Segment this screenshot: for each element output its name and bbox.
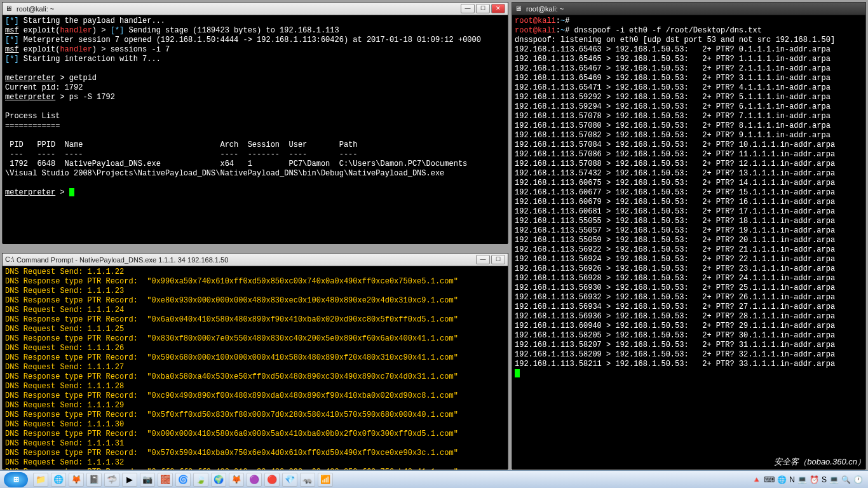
- taskbar-app-icon[interactable]: 🌍: [211, 473, 226, 487]
- taskbar-app-icon[interactable]: 🦡: [300, 473, 315, 487]
- watermark-text: 安全客（bobao.360.cn）: [774, 456, 865, 468]
- close-button[interactable]: ✕: [491, 4, 505, 13]
- taskbar-app-icon[interactable]: 🧱: [158, 473, 173, 487]
- tray-icon[interactable]: ⏰: [810, 475, 819, 484]
- start-button[interactable]: ⊞: [4, 472, 28, 487]
- titlebar[interactable]: C:\ Command Prompt - NativePayload_DNS.e…: [3, 254, 508, 266]
- tray-icon[interactable]: 🕐: [853, 475, 863, 484]
- tray-icon[interactable]: 💻: [797, 475, 807, 484]
- minimize-button[interactable]: —: [461, 4, 475, 13]
- taskbar-app-icon[interactable]: 💎: [282, 473, 297, 487]
- taskbar-app-icon[interactable]: 📁: [33, 473, 48, 487]
- taskbar[interactable]: ⊞ 📁🌐🦊📓🦈▶📷🧱🌀🍃🌍🦊🟣🔴💎🦡📶 🔺⌨🌐N💻⏰S💻🔍🕐: [0, 470, 868, 488]
- window-title: root@kali: ~: [526, 5, 863, 13]
- minimize-button[interactable]: —: [476, 255, 490, 264]
- system-tray[interactable]: 🔺⌨🌐N💻⏰S💻🔍🕐: [752, 475, 868, 484]
- maximize-button[interactable]: ☐: [476, 4, 490, 13]
- tray-icon[interactable]: 💻: [829, 475, 839, 484]
- titlebar[interactable]: 🖥 root@kali: ~: [512, 3, 865, 15]
- taskbar-app-icon[interactable]: 🦈: [104, 473, 119, 487]
- cmd-window[interactable]: C:\ Command Prompt - NativePayload_DNS.e…: [2, 253, 508, 469]
- taskbar-app-icon[interactable]: 🍃: [193, 473, 208, 487]
- tray-icon[interactable]: S: [822, 475, 827, 484]
- taskbar-app-icon[interactable]: 🟣: [247, 473, 262, 487]
- tray-icon[interactable]: 🌐: [777, 475, 787, 484]
- tray-icon[interactable]: 🔺: [752, 475, 761, 484]
- tray-icon[interactable]: ⌨: [764, 475, 775, 484]
- titlebar[interactable]: 🖥 root@kali: ~ — ☐ ✕: [3, 3, 508, 15]
- taskbar-app-icon[interactable]: 📓: [86, 473, 102, 487]
- taskbar-app-icon[interactable]: 🌐: [51, 473, 66, 487]
- terminal-output[interactable]: DNS Request Send: 1.1.1.22 DNS Response …: [3, 266, 508, 470]
- kali-metasploit-window[interactable]: 🖥 root@kali: ~ — ☐ ✕ [*] Starting the pa…: [2, 2, 508, 243]
- tray-icon[interactable]: N: [789, 475, 795, 484]
- tray-icon[interactable]: 🔍: [841, 475, 851, 484]
- taskbar-app-icon[interactable]: 🌀: [175, 473, 191, 487]
- taskbar-app-icon[interactable]: 📶: [318, 473, 333, 487]
- terminal-icon: 🖥: [515, 4, 524, 13]
- terminal-output[interactable]: [*] Starting the payload handler... msf …: [3, 15, 508, 244]
- cmd-icon: C:\: [5, 255, 14, 264]
- taskbar-app-icon[interactable]: 🦊: [69, 473, 84, 487]
- taskbar-app-icon[interactable]: ▶: [122, 473, 137, 487]
- terminal-output[interactable]: root@kali:~# root@kali:~# dnsspoof -i et…: [512, 15, 865, 470]
- window-title: root@kali: ~: [17, 5, 461, 13]
- kali-dnsspoof-window[interactable]: 🖥 root@kali: ~ root@kali:~# root@kali:~#…: [512, 2, 866, 469]
- taskbar-app-icon[interactable]: 🔴: [264, 473, 280, 487]
- maximize-button[interactable]: ☐: [491, 255, 505, 264]
- taskbar-app-icon[interactable]: 🦊: [229, 473, 244, 487]
- taskbar-app-icon[interactable]: 📷: [140, 473, 155, 487]
- terminal-icon: 🖥: [5, 4, 14, 13]
- window-title: Command Prompt - NativePayload_DNS.exe 1…: [17, 256, 476, 264]
